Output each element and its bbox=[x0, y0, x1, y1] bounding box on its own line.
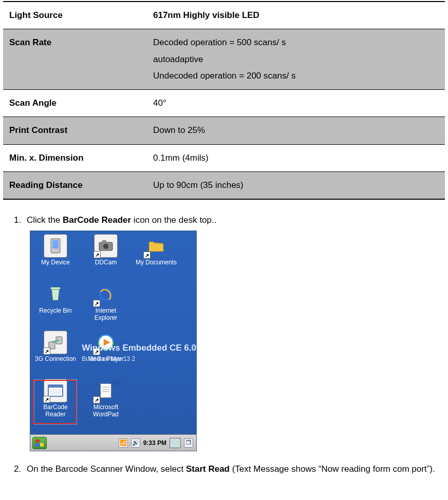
spec-value: Down to 25% bbox=[147, 117, 445, 144]
desktop-screenshot: My Device ↗ DDCam ↗ My Documen bbox=[30, 230, 197, 451]
speaker-icon[interactable]: 🔊 bbox=[131, 438, 140, 448]
recycle-bin-icon bbox=[44, 282, 67, 306]
folder-icon: ↗ bbox=[144, 234, 168, 258]
icon-label: 3G Connection bbox=[35, 356, 76, 363]
table-row: Light Source 617nm Highly visible LED bbox=[3, 2, 445, 29]
show-desktop-button[interactable] bbox=[170, 438, 181, 448]
shortcut-arrow-icon: ↗ bbox=[93, 300, 100, 307]
table-row: Min. x. Dimension 0.1mm (4mils) bbox=[3, 144, 445, 171]
empty-slot bbox=[134, 282, 178, 329]
svg-rect-5 bbox=[51, 287, 61, 290]
step2-text: On the Barcode Scanner Window, select St… bbox=[27, 464, 435, 474]
desktop-icon-wordpad[interactable]: W ↗ Microsoft WordPad bbox=[84, 379, 128, 425]
shortcut-arrow-icon: ↗ bbox=[93, 348, 100, 355]
list-item: Click the BarCode Reader icon on the des… bbox=[24, 215, 445, 451]
icon-label: DDCam bbox=[95, 259, 117, 266]
system-tray: 📶 🔊 9:33 PM ❐ bbox=[119, 438, 194, 448]
pda-icon bbox=[44, 234, 67, 258]
spec-table: Light Source 617nm Highly visible LED Sc… bbox=[3, 1, 445, 200]
icon-label: My Device bbox=[41, 259, 70, 266]
spec-label: Light Source bbox=[3, 2, 147, 29]
svg-rect-15 bbox=[101, 384, 111, 398]
ie-icon: ↗ bbox=[94, 282, 118, 306]
taskbar-clock[interactable]: 9:33 PM bbox=[143, 439, 166, 447]
wordpad-w-icon: W bbox=[111, 377, 121, 389]
icon-label: Internet Explorer bbox=[84, 307, 128, 322]
spec-label: Min. x. Dimension bbox=[3, 144, 147, 171]
icon-label: Media Player bbox=[88, 356, 124, 363]
spec-label: Scan Angle bbox=[3, 90, 147, 117]
instruction-list: Click the BarCode Reader icon on the des… bbox=[3, 215, 445, 478]
desktop-icon-internet-explorer[interactable]: ↗ Internet Explorer bbox=[84, 282, 128, 329]
signal-icon[interactable]: 📶 bbox=[119, 438, 128, 448]
spec-label: Reading Distance bbox=[3, 172, 147, 200]
desktop-icon-recycle-bin[interactable]: Recycle Bin bbox=[33, 282, 78, 329]
step1-text: Click the BarCode Reader icon on the des… bbox=[27, 215, 216, 225]
empty-slot bbox=[134, 331, 178, 377]
media-player-icon: ↗ bbox=[94, 331, 118, 354]
icon-label: Recycle Bin bbox=[39, 307, 71, 315]
table-row: Print Contrast Down to 25% bbox=[3, 117, 445, 144]
spec-label: Print Contrast bbox=[3, 117, 147, 144]
network-icon: ↗ bbox=[44, 331, 67, 354]
desktop-icon-ddcam[interactable]: ↗ DDCam bbox=[84, 234, 128, 280]
table-row: Scan Angle 40° bbox=[3, 90, 445, 117]
icon-label: Microsoft WordPad bbox=[84, 404, 128, 418]
table-row: Scan Rate Decoded operation = 500 scans/… bbox=[3, 29, 445, 90]
desktop-icon-my-documents[interactable]: ↗ My Documents bbox=[134, 234, 178, 280]
spec-value: 617nm Highly visible LED bbox=[147, 2, 445, 29]
shortcut-arrow-icon: ↗ bbox=[143, 252, 151, 259]
table-row: Reading Distance Up to 90cm (35 inches) bbox=[3, 172, 445, 200]
desktop-icon-media-player[interactable]: ↗ Media Player bbox=[84, 331, 128, 377]
spec-value: 0.1mm (4mils) bbox=[147, 144, 445, 171]
svg-rect-13 bbox=[48, 385, 63, 388]
spec-label: Scan Rate bbox=[3, 29, 147, 90]
svg-rect-4 bbox=[102, 240, 106, 243]
camera-icon: ↗ bbox=[94, 234, 118, 258]
task-switch-icon[interactable]: ❐ bbox=[184, 438, 193, 448]
shortcut-arrow-icon: ↗ bbox=[94, 251, 101, 258]
desktop-icon-3g-connection[interactable]: ↗ 3G Connection bbox=[33, 331, 78, 377]
spec-value: 40° bbox=[147, 90, 445, 117]
list-item: On the Barcode Scanner Window, select St… bbox=[24, 460, 445, 478]
svg-point-3 bbox=[103, 244, 108, 249]
svg-rect-1 bbox=[52, 240, 59, 248]
shortcut-arrow-icon: ↗ bbox=[43, 396, 50, 403]
svg-rect-14 bbox=[50, 389, 61, 395]
desktop-icon-my-device[interactable]: My Device bbox=[33, 234, 78, 280]
wordpad-icon: W ↗ bbox=[94, 379, 118, 402]
desktop-icon-barcode-reader[interactable]: ↗ BarCode Reader bbox=[33, 379, 78, 425]
spec-value: Decoded operation = 500 scans/ s autoada… bbox=[147, 29, 445, 90]
windows-logo-icon bbox=[35, 439, 44, 447]
spec-value: Up to 90cm (35 inches) bbox=[147, 172, 445, 200]
shortcut-arrow-icon: ↗ bbox=[43, 348, 50, 355]
start-button[interactable] bbox=[32, 437, 47, 449]
barcode-app-icon: ↗ bbox=[44, 379, 67, 402]
icon-label: My Documents bbox=[136, 259, 177, 266]
taskbar: 📶 🔊 9:33 PM ❐ bbox=[30, 434, 196, 451]
icon-label: BarCode Reader bbox=[33, 404, 78, 418]
desktop-icons-grid: My Device ↗ DDCam ↗ My Documen bbox=[33, 234, 193, 425]
shortcut-arrow-icon: ↗ bbox=[93, 396, 100, 403]
